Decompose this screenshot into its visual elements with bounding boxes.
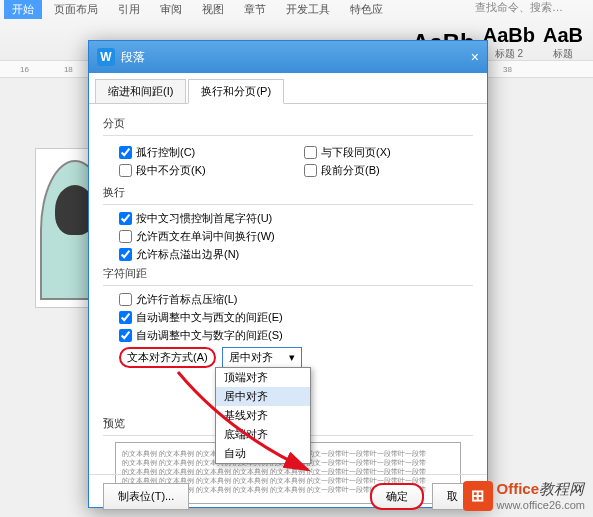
checkbox-label: 允许行首标点压缩(L) [136,292,237,307]
watermark: ⊞ Office教程网 www.office26.com [463,480,585,511]
ribbon-tab-section[interactable]: 章节 [240,0,270,19]
tab-line-page-breaks[interactable]: 换行和分页(P) [188,79,284,104]
style-label: 标题 [543,47,583,61]
dropdown-option-baseline[interactable]: 基线对齐 [216,406,310,425]
divider [103,285,473,286]
checkbox-overflow[interactable] [119,248,132,261]
tabs-button[interactable]: 制表位(T)... [103,483,189,510]
checkbox-page-break-before[interactable] [304,164,317,177]
ribbon-tab-layout[interactable]: 页面布局 [50,0,102,19]
ribbon-tab-view[interactable]: 视图 [198,0,228,19]
dialog-title-text: 段落 [121,49,145,66]
checkbox-label: 自动调整中文与西文的间距(E) [136,310,283,325]
ribbon-start-tab[interactable]: 开始 [4,0,42,19]
checkbox-label: 段前分页(B) [321,163,380,178]
ribbon-tab-review[interactable]: 审阅 [156,0,186,19]
tab-indent-spacing[interactable]: 缩进和间距(I) [95,79,186,103]
select-value: 居中对齐 [229,350,273,365]
dropdown-option-auto[interactable]: 自动 [216,444,310,463]
checkbox-label: 自动调整中文与数字的间距(S) [136,328,283,343]
checkbox-label: 孤行控制(C) [136,145,195,160]
text-alignment-label: 文本对齐方式(A) [119,347,216,368]
checkbox-keep-lines[interactable] [119,164,132,177]
watermark-title: Office教程网 [497,480,585,499]
checkbox-cjk-latin[interactable] [119,311,132,324]
style-label: 标题 2 [483,47,535,61]
section-char-spacing: 字符间距 [103,266,473,281]
style-item[interactable]: AaBb 标题 2 [483,24,535,61]
dropdown-option-top[interactable]: 顶端对齐 [216,368,310,387]
dialog-body: 分页 孤行控制(C) 段中不分页(K) 与下段同页(X) 段前分页(B) 换行 … [89,104,487,474]
alignment-dropdown: 顶端对齐 居中对齐 基线对齐 底端对齐 自动 [215,367,311,464]
checkbox-cjk-number[interactable] [119,329,132,342]
office-icon: ⊞ [463,481,493,511]
ribbon-tab-features[interactable]: 特色应 [346,0,387,19]
search-hint[interactable]: 查找命令、搜索… [475,0,563,15]
checkbox-keep-with-next[interactable] [304,146,317,159]
dialog-icon: W [97,48,115,66]
divider [103,135,473,136]
paragraph-dialog: W 段落 × 缩进和间距(I) 换行和分页(P) 分页 孤行控制(C) 段中不分… [88,40,488,508]
checkbox-label: 允许标点溢出边界(N) [136,247,239,262]
section-line-break: 换行 [103,185,473,200]
checkbox-compress[interactable] [119,293,132,306]
section-pagination: 分页 [103,116,473,131]
checkbox-label: 允许西文在单词中间换行(W) [136,229,275,244]
ribbon-tab-dev[interactable]: 开发工具 [282,0,334,19]
close-icon[interactable]: × [471,49,479,65]
style-sample: AaBb [483,24,535,47]
checkbox-label: 按中文习惯控制首尾字符(U) [136,211,272,226]
dropdown-option-center[interactable]: 居中对齐 [216,387,310,406]
divider [103,204,473,205]
style-item[interactable]: AaB 标题 [543,24,583,61]
checkbox-punctuation[interactable] [119,212,132,225]
style-sample: AaB [543,24,583,47]
dialog-titlebar[interactable]: W 段落 × [89,41,487,73]
dialog-tabs: 缩进和间距(I) 换行和分页(P) [89,73,487,104]
ok-button[interactable]: 确定 [370,483,424,510]
ribbon-tabs: 页面布局 引用 审阅 视图 章节 开发工具 特色应 [50,0,387,19]
checkbox-label: 段中不分页(K) [136,163,206,178]
chevron-down-icon: ▾ [289,351,295,364]
watermark-url: www.office26.com [497,499,585,511]
text-alignment-select[interactable]: 居中对齐 ▾ [222,347,302,368]
checkbox-word-wrap[interactable] [119,230,132,243]
checkbox-widow-control[interactable] [119,146,132,159]
ribbon-tab-references[interactable]: 引用 [114,0,144,19]
dropdown-option-bottom[interactable]: 底端对齐 [216,425,310,444]
checkbox-label: 与下段同页(X) [321,145,391,160]
